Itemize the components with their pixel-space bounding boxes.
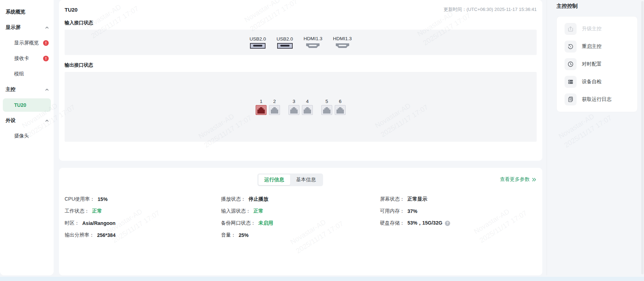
port-label: USB2.0 (276, 36, 293, 42)
info-tabs: 运行信息 基本信息 (257, 173, 323, 186)
tab-basic-info[interactable]: 基本信息 (290, 175, 322, 185)
view-more-params-label: 查看更多参数 (500, 176, 530, 183)
info-label: 时区： (65, 220, 79, 226)
info-row-work-status: 工作状态： 正常 (65, 207, 221, 215)
info-value: 25% (239, 232, 249, 238)
upgrade-icon (565, 23, 577, 35)
info-value: 15% (98, 196, 108, 202)
output-port-5: 5 (321, 99, 332, 115)
info-value: 37% (407, 208, 417, 214)
sidebar-item-label: 系统概览 (6, 9, 25, 15)
info-value: 停止播放 (249, 196, 268, 202)
action-label: 获取运行日志 (582, 96, 612, 103)
app-window: Novastar-AD2025/11/17 17:07 Novastar-AD2… (0, 0, 644, 281)
info-column-1: CPU使用率： 15% 工作状态： 正常 时区： Asia/Rangoon 输出… (65, 195, 221, 243)
info-row-timezone: 时区： Asia/Rangoon (65, 219, 221, 227)
input-port-usb-2: USB2.0 (276, 36, 293, 49)
panel-divider (547, 0, 547, 275)
alert-badge: ! (43, 56, 49, 61)
device-info-card: 运行信息 基本信息 查看更多参数 CPU使用率： 15% 工作状态： 正常 (59, 168, 542, 275)
port-label: 6 (339, 99, 342, 104)
info-label: 音量： (221, 232, 236, 238)
chevron-up-icon (45, 26, 49, 29)
input-ports-panel: USB2.0 USB2.0 HDMI1.3 HDMI1.3 (65, 30, 537, 55)
sidebar-item-label: 接收卡 (14, 55, 29, 62)
input-port-hdmi-1: HDMI1.3 (304, 36, 322, 49)
info-row-output-resolution: 输出分辨率： 256*384 (65, 231, 221, 239)
port-label: HDMI1.3 (333, 36, 352, 41)
info-row-cpu-usage: CPU使用率： 15% (65, 195, 221, 203)
clock-icon (565, 58, 577, 70)
info-value: 256*384 (97, 232, 115, 238)
info-label: 工作状态： (65, 208, 89, 214)
sidebar-item-tu20-selected[interactable]: TU20 (3, 98, 51, 112)
sidebar-item-label: 主控 (6, 86, 16, 93)
chevron-up-icon (45, 120, 49, 122)
info-label: 屏幕状态： (380, 196, 405, 202)
port-pair-3: 5 6 (321, 99, 346, 115)
nav-sidebar: 系统概览 显示屏 显示屏概览 ! 接收卡 ! 模组 主控 TU20 外设 (0, 0, 54, 275)
sidebar-item-system-overview[interactable]: 系统概览 (0, 4, 54, 20)
info-label: 输出分辨率： (65, 232, 94, 238)
upgrade-controller-button[interactable]: 升级主控 (557, 20, 637, 38)
action-label: 对时配置 (582, 61, 602, 67)
device-status-card: TU20 更新时间：(UTC+06:30) 2025-11-17 15:36:4… (59, 0, 542, 161)
double-chevron-right-icon (532, 178, 537, 182)
sidebar-item-display-overview[interactable]: 显示屏概览 ! (0, 35, 54, 51)
info-row-volume: 音量： 25% (221, 231, 380, 239)
port-label: 1 (260, 99, 263, 104)
hdmi-port-icon (335, 43, 350, 49)
port-label: HDMI1.3 (304, 36, 322, 41)
vertical-scrollbar[interactable] (641, 1, 644, 274)
info-row-screen-status: 屏幕状态： 正常显示 (380, 195, 537, 203)
info-row-input-source-status: 输入源状态： 正常 (221, 207, 380, 215)
sidebar-item-label: 显示屏概览 (14, 40, 39, 46)
update-time: 更新时间：(UTC+06:30) 2025-11-17 15:36:41 (443, 6, 537, 13)
restart-controller-button[interactable]: 重启主控 (557, 38, 637, 55)
output-ports-panel: 1 2 3 4 5 (65, 72, 537, 142)
port-label: 3 (293, 99, 296, 104)
sidebar-item-label: 外设 (6, 117, 16, 124)
info-value-ok: 正常 (254, 208, 263, 214)
output-port-1: 1 (256, 99, 267, 115)
port-label: 2 (273, 99, 276, 104)
info-value: 正常显示 (407, 196, 427, 202)
info-row-available-memory: 可用内存： 37% (380, 207, 537, 215)
sidebar-group-peripherals[interactable]: 外设 (0, 113, 54, 128)
sidebar-item-label: 摄像头 (14, 133, 29, 139)
sidebar-item-label: 模组 (14, 71, 24, 77)
output-ports-section-title: 输出接口状态 (65, 62, 537, 68)
port-label: USB2.0 (250, 36, 266, 42)
sidebar-item-receiving-card[interactable]: 接收卡 ! (0, 51, 54, 66)
info-label: 可用内存： (380, 208, 405, 214)
device-self-check-button[interactable]: 设备自检 (557, 73, 637, 91)
self-check-icon (565, 76, 577, 88)
info-value: Asia/Rangoon (82, 220, 115, 226)
control-panel-title: 主控控制 (556, 3, 578, 10)
tab-running-info[interactable]: 运行信息 (258, 175, 290, 185)
sidebar-item-label: TU20 (14, 102, 26, 108)
sidebar-item-label: 显示屏 (6, 24, 20, 31)
get-run-logs-button[interactable]: 获取运行日志 (557, 91, 637, 108)
help-icon[interactable]: ? (445, 221, 450, 226)
device-title: TU20 (65, 7, 78, 13)
hdmi-port-icon (305, 43, 320, 49)
port-pair-2: 3 4 (288, 99, 313, 115)
input-port-hdmi-2: HDMI1.3 (333, 36, 352, 49)
info-value-ok: 正常 (92, 208, 102, 214)
info-label: 硬盘存储： (380, 220, 405, 226)
info-label: 播放状态： (221, 196, 246, 202)
rj45-port-icon (288, 105, 299, 115)
usb-port-icon (277, 43, 293, 49)
output-port-6: 6 (335, 99, 346, 115)
sidebar-item-module[interactable]: 模组 (0, 66, 54, 82)
time-sync-config-button[interactable]: 对时配置 (557, 55, 637, 73)
sidebar-group-main-control[interactable]: 主控 (0, 82, 54, 97)
sidebar-item-camera[interactable]: 摄像头 (0, 128, 54, 144)
running-info-grid: CPU使用率： 15% 工作状态： 正常 时区： Asia/Rangoon 输出… (65, 195, 537, 243)
chevron-up-icon (45, 88, 49, 91)
sidebar-group-display[interactable]: 显示屏 (0, 20, 54, 35)
info-row-play-status: 播放状态： 停止播放 (221, 195, 380, 203)
info-column-3: 屏幕状态： 正常显示 可用内存： 37% 硬盘存储： 53%，15G/32G ? (380, 195, 537, 243)
view-more-params-link[interactable]: 查看更多参数 (500, 176, 537, 183)
